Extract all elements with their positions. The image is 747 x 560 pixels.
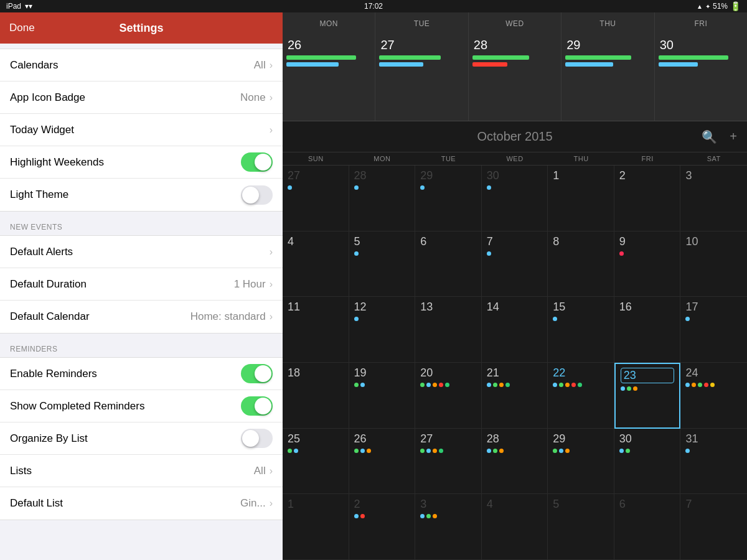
cal-cell-sep29[interactable]: 29 xyxy=(415,166,482,231)
dot-oct28-2 xyxy=(493,449,497,453)
cal-cell-sep28[interactable]: 28 xyxy=(349,166,416,231)
dow-sat: SAT xyxy=(680,152,747,165)
cal-cell-nov6[interactable]: 6 xyxy=(614,494,681,560)
cal-num-oct24: 24 xyxy=(685,366,742,380)
settings-header: Done Settings xyxy=(0,12,283,44)
default-calendar-row[interactable]: Default Calendar Home: standard › xyxy=(0,301,283,333)
dot-oct19-1 xyxy=(354,383,359,387)
show-completed-toggle[interactable] xyxy=(241,396,273,416)
enable-reminders-toggle[interactable] xyxy=(241,364,273,383)
dot-oct28-1 xyxy=(487,449,491,453)
cal-cell-oct12[interactable]: 12 xyxy=(349,297,416,363)
dots-oct25 xyxy=(288,449,344,453)
week-day-29[interactable]: 29 xyxy=(561,34,654,121)
cal-cell-oct7[interactable]: 7 xyxy=(482,231,548,297)
cal-cell-sep30[interactable]: 30 xyxy=(482,166,548,231)
add-event-icon[interactable]: + xyxy=(730,129,737,144)
default-list-row[interactable]: Default List Gin... › xyxy=(0,487,283,520)
cal-cell-oct26[interactable]: 26 xyxy=(349,429,416,495)
highlight-weekends-row[interactable]: Highlight Weekends xyxy=(0,146,283,179)
today-widget-label: Today Widget xyxy=(10,124,74,136)
cal-num-nov6: 6 xyxy=(619,498,675,511)
cal-cell-oct14[interactable]: 14 xyxy=(482,297,548,363)
cal-num-oct19: 19 xyxy=(354,366,410,380)
cal-cell-oct8[interactable]: 8 xyxy=(548,231,614,297)
done-button[interactable]: Done xyxy=(9,22,35,34)
dot-oct24-4 xyxy=(704,383,708,387)
cal-cell-oct11[interactable]: 11 xyxy=(283,297,349,363)
cal-cell-oct15[interactable]: 15 xyxy=(548,297,614,363)
cal-cell-oct25[interactable]: 25 xyxy=(283,429,349,495)
cal-cell-oct29[interactable]: 29 xyxy=(548,429,614,495)
show-completed-row[interactable]: Show Completed Reminders xyxy=(0,390,283,422)
cal-cell-oct16[interactable]: 16 xyxy=(614,297,681,363)
week-day-27[interactable]: 27 xyxy=(375,34,468,121)
week-day-26[interactable]: 26 xyxy=(283,34,375,121)
default-duration-row[interactable]: Default Duration 1 Hour › xyxy=(0,268,283,301)
organize-by-list-row[interactable]: Organize By List xyxy=(0,422,283,455)
today-widget-chevron: › xyxy=(270,124,273,136)
cal-num-oct1: 1 xyxy=(553,169,609,182)
cal-cell-oct22[interactable]: 22 xyxy=(548,363,614,429)
cal-cell-oct3[interactable]: 3 xyxy=(680,166,747,231)
cal-cell-oct1[interactable]: 1 xyxy=(548,166,614,231)
dots-oct19 xyxy=(354,383,410,387)
organize-by-list-toggle[interactable] xyxy=(241,429,273,448)
cal-cell-nov5[interactable]: 5 xyxy=(548,494,614,560)
enable-reminders-row[interactable]: Enable Reminders xyxy=(0,358,283,390)
dots-oct26 xyxy=(354,449,410,453)
cal-cell-nov7[interactable]: 7 xyxy=(680,494,747,560)
cal-num-oct4: 4 xyxy=(288,235,344,248)
highlight-weekends-toggle[interactable] xyxy=(241,152,273,172)
cal-cell-nov1[interactable]: 1 xyxy=(283,494,349,560)
default-alerts-row[interactable]: Default Alerts › xyxy=(0,236,283,268)
cal-cell-oct28[interactable]: 28 xyxy=(482,429,548,495)
month-title: October 2015 xyxy=(477,129,552,144)
cal-num-oct15: 15 xyxy=(553,301,609,314)
light-theme-toggle[interactable] xyxy=(241,185,273,205)
cal-cell-sep27[interactable]: 27 xyxy=(283,166,349,231)
light-theme-row[interactable]: Light Theme xyxy=(0,179,283,211)
week-header-mon: MON xyxy=(283,12,375,34)
status-right: ▲ ✦ 51% 🔋 xyxy=(697,1,741,11)
dot-oct21-2 xyxy=(493,383,497,387)
week-num-30: 30 xyxy=(657,37,745,54)
cal-cell-oct30[interactable]: 30 xyxy=(614,429,681,495)
cal-cell-oct27[interactable]: 27 xyxy=(415,429,482,495)
cal-cell-nov2[interactable]: 2 xyxy=(349,494,416,560)
week-day-28[interactable]: 28 xyxy=(469,34,561,121)
cal-cell-oct23[interactable]: 23 xyxy=(614,363,681,429)
dot-oct30-1 xyxy=(619,449,624,453)
cal-cell-nov4[interactable]: 4 xyxy=(482,494,548,560)
calendars-value: All › xyxy=(254,59,273,72)
search-icon[interactable]: 🔍 xyxy=(702,129,717,144)
cal-cell-oct19[interactable]: 19 xyxy=(349,363,416,429)
dot-sep30-1 xyxy=(487,185,491,190)
cal-cell-oct18[interactable]: 18 xyxy=(283,363,349,429)
calendars-row[interactable]: Calendars All › xyxy=(0,49,283,82)
dot-oct20-3 xyxy=(433,383,437,387)
today-widget-row[interactable]: Today Widget › xyxy=(0,114,283,146)
dot-oct27-2 xyxy=(426,449,431,453)
week-num-29: 29 xyxy=(564,37,651,54)
new-events-rows: Default Alerts › Default Duration 1 Hour… xyxy=(0,235,283,334)
week-day-30[interactable]: 30 xyxy=(655,34,747,121)
dow-tue: TUE xyxy=(415,152,482,165)
cal-cell-oct5[interactable]: 5 xyxy=(349,231,416,297)
cal-num-oct7: 7 xyxy=(487,235,543,248)
cal-cell-oct4[interactable]: 4 xyxy=(283,231,349,297)
cal-cell-oct24[interactable]: 24 xyxy=(680,363,747,429)
app-icon-badge-row[interactable]: App Icon Badge None › xyxy=(0,82,283,114)
lists-row[interactable]: Lists All › xyxy=(0,455,283,487)
cal-cell-oct31[interactable]: 31 xyxy=(680,429,747,495)
cal-cell-oct9[interactable]: 9 xyxy=(614,231,681,297)
cal-cell-oct2[interactable]: 2 xyxy=(614,166,681,231)
cal-cell-oct13[interactable]: 13 xyxy=(415,297,482,363)
cal-cell-oct6[interactable]: 6 xyxy=(415,231,482,297)
cal-cell-oct10[interactable]: 10 xyxy=(680,231,747,297)
cal-cell-oct21[interactable]: 21 xyxy=(482,363,548,429)
cal-cell-oct20[interactable]: 20 xyxy=(415,363,482,429)
cal-cell-nov3[interactable]: 3 xyxy=(415,494,482,560)
cal-cell-oct17[interactable]: 17 xyxy=(680,297,747,363)
dot-oct22-4 xyxy=(571,383,576,387)
